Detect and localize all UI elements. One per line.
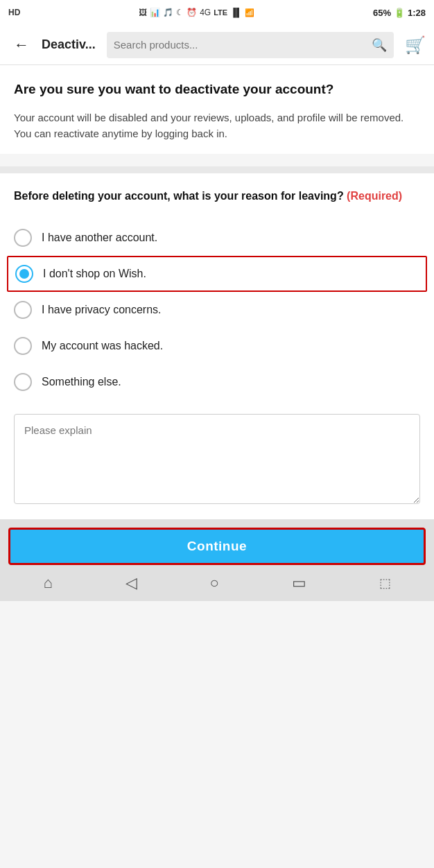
required-text: (Required) <box>347 190 402 202</box>
photo-icon: 🖼 <box>139 8 147 17</box>
radio-option-1[interactable]: I have another account. <box>14 220 420 256</box>
status-bar: HD 🖼 📊 🎵 ☾ ⏰ 4G LTE ▐▌ 📶 65% 🔋 1:28 <box>0 0 434 25</box>
warning-section: Are you sure you want to deactivate your… <box>0 65 434 154</box>
continue-button[interactable]: Continue <box>8 528 426 565</box>
nav-home-icon[interactable]: ⌂ <box>36 571 59 595</box>
cart-icon[interactable]: 🛒 <box>405 35 426 55</box>
search-bar[interactable]: 🔍 <box>107 32 394 58</box>
signal-icon: ▐▌ <box>230 8 242 17</box>
network-4g: 4G <box>200 8 211 17</box>
radio-circle-2 <box>15 265 33 283</box>
top-nav: ← Deactiv... 🔍 🛒 <box>0 25 434 65</box>
nav-home-circle-icon[interactable]: ○ <box>202 571 225 595</box>
wifi-icon: 📶 <box>245 8 254 17</box>
radio-circle-1 <box>14 229 32 247</box>
radio-label-1: I have another account. <box>42 232 157 244</box>
radio-option-3[interactable]: I have privacy concerns. <box>14 292 420 328</box>
radio-circle-5 <box>14 373 32 391</box>
page-title: Deactiv... <box>42 37 96 52</box>
radio-circle-4 <box>14 337 32 355</box>
search-icon: 🔍 <box>372 37 387 53</box>
nav-bookmark-icon[interactable]: ⬚ <box>372 573 398 593</box>
radio-label-4: My account was hacked. <box>42 340 163 352</box>
radio-label-3: I have privacy concerns. <box>42 304 162 316</box>
reason-question-text: Before deleting your account, what is yo… <box>14 190 344 202</box>
nav-recents-icon[interactable]: ▭ <box>285 571 313 595</box>
radio-label-5: Something else. <box>42 376 121 388</box>
section-divider <box>0 166 434 173</box>
nav-back-icon[interactable]: ◁ <box>119 571 144 595</box>
status-hd: HD <box>8 8 20 17</box>
lte-icon: LTE <box>214 8 227 17</box>
search-input[interactable] <box>114 39 367 51</box>
bottom-nav-bar: ⌂ ◁ ○ ▭ ⬚ <box>0 565 434 601</box>
status-right: 65% 🔋 1:28 <box>373 8 426 18</box>
radio-option-5[interactable]: Something else. <box>14 364 420 400</box>
alarm-icon: ⏰ <box>186 8 197 17</box>
status-icons: 🖼 📊 🎵 ☾ ⏰ 4G LTE ▐▌ 📶 <box>139 8 254 17</box>
reason-section: Before deleting your account, what is yo… <box>0 173 434 519</box>
chart-icon: 📊 <box>150 8 160 17</box>
explain-textarea[interactable] <box>14 414 420 504</box>
radio-circle-3 <box>14 301 32 319</box>
headphone-icon: 🎵 <box>163 8 173 17</box>
clock-time: 1:28 <box>408 8 426 18</box>
warning-title: Are you sure you want to deactivate your… <box>14 80 420 98</box>
reason-question: Before deleting your account, what is yo… <box>14 189 420 204</box>
radio-label-2: I don't shop on Wish. <box>43 268 146 280</box>
radio-option-4[interactable]: My account was hacked. <box>14 328 420 364</box>
back-button[interactable]: ← <box>8 33 35 57</box>
warning-desc: Your account will be disabled and your r… <box>14 110 420 142</box>
continue-section: Continue <box>0 519 434 565</box>
moon-icon: ☾ <box>176 8 184 17</box>
battery-percent: 65% <box>373 8 391 18</box>
radio-option-2[interactable]: I don't shop on Wish. <box>7 256 427 292</box>
battery-icon: 🔋 <box>394 8 405 18</box>
